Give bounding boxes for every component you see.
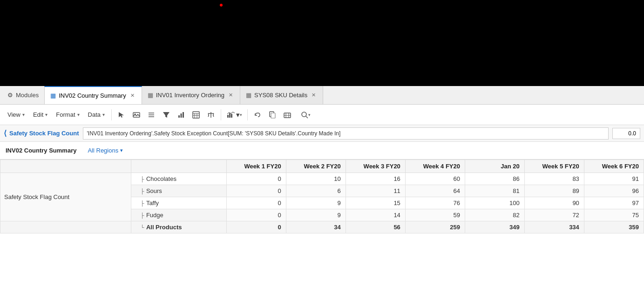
tab-inv02[interactable]: ▦ INV02 Country Summary ✕ [44, 86, 142, 104]
formula-bar: ⟨ Safety Stock Flag Count 0.0 [0, 125, 644, 142]
row-sub-label: ├Taffy [131, 197, 226, 209]
chart-dropdown-arrow: ▾ [236, 111, 240, 119]
svg-marker-6 [163, 112, 169, 118]
cell-value: 100 [465, 197, 524, 209]
cell-value: 96 [584, 185, 644, 197]
table-btn[interactable] [189, 108, 203, 122]
chart-btn-arrow: ▾ [240, 113, 242, 117]
col-header-week1fy20: Week 1 FY20 [226, 160, 286, 173]
tab-bar: ⚙ Modules ▦ INV02 Country Summary ✕ ▦ IN… [0, 86, 644, 105]
red-dot-indicator [220, 4, 223, 7]
chart-bar-btn[interactable] [174, 108, 188, 122]
svg-rect-8 [181, 113, 182, 118]
cell-value: 91 [584, 173, 644, 185]
format-menu[interactable]: Format ▾ [52, 107, 83, 122]
modules-label: Modules [16, 92, 39, 99]
cell-value: 86 [465, 173, 524, 185]
totals-cell-value: 56 [346, 221, 405, 233]
chart-combo-btn[interactable]: ▾ ▾ [224, 108, 244, 122]
cell-value: 76 [405, 197, 465, 209]
image-btn[interactable] [129, 108, 143, 122]
publish-btn[interactable] [280, 108, 294, 122]
cell-value: 60 [405, 173, 465, 185]
tab-inv02-close[interactable]: ✕ [129, 92, 136, 100]
cell-value: 90 [524, 197, 584, 209]
tab-sys08[interactable]: ▦ SYS08 SKU Details ✕ [240, 86, 323, 104]
data-menu[interactable]: Data ▾ [84, 107, 108, 122]
svg-rect-21 [271, 113, 275, 118]
col-header-empty-1 [0, 160, 131, 173]
cell-value: 14 [346, 209, 405, 221]
table-container: Week 1 FY20 Week 2 FY20 Week 3 FY20 Week… [0, 160, 644, 233]
balance-btn[interactable] [204, 108, 218, 122]
cell-value: 9 [286, 209, 346, 221]
col-header-week4fy20: Week 4 FY20 [405, 160, 465, 173]
toolbar: View ▾ Edit ▾ Format ▾ Data ▾ [0, 105, 644, 125]
svg-marker-0 [119, 112, 124, 118]
table-row: Safety Stock Flag Count├Chocolates010166… [0, 173, 644, 185]
tab-inv01-close[interactable]: ✕ [227, 91, 234, 99]
cell-value: 0 [226, 173, 286, 185]
svg-line-27 [306, 116, 308, 118]
col-header-empty-2 [131, 160, 226, 173]
edit-menu[interactable]: Edit ▾ [29, 107, 51, 122]
cell-value: 89 [524, 185, 584, 197]
formula-value: 0.0 [612, 128, 640, 139]
cell-value: 10 [286, 173, 346, 185]
svg-rect-7 [178, 115, 180, 118]
toolbar-sep-1 [111, 109, 112, 120]
select-tool-btn[interactable] [115, 108, 129, 122]
tab-sys08-close[interactable]: ✕ [310, 91, 317, 99]
totals-cell-value: 359 [584, 221, 644, 233]
modules-tab[interactable]: ⚙ Modules [2, 86, 44, 104]
format-label: Format [56, 111, 75, 118]
edit-label: Edit [33, 111, 43, 118]
table-icon-inv02: ▦ [50, 92, 56, 99]
svg-point-26 [302, 112, 306, 117]
cell-value: 16 [346, 173, 405, 185]
toolbar-icon-group-3: ▾ [251, 108, 316, 122]
col-header-week5fy20: Week 5 FY20 [524, 160, 584, 173]
cell-value: 15 [346, 197, 405, 209]
pages-btn[interactable] [265, 108, 279, 122]
format-rows-btn[interactable] [144, 108, 158, 122]
table-icon-sys08: ▦ [246, 92, 251, 99]
view-dropdown-arrow: ▾ [22, 112, 25, 117]
view-menu[interactable]: View ▾ [4, 107, 28, 122]
table-totals-row: └All Products03456259349334359 [0, 221, 644, 233]
region-dropdown[interactable]: All Regions ▾ [84, 146, 127, 155]
filter-btn[interactable] [159, 108, 173, 122]
totals-cell-value: 0 [226, 221, 286, 233]
cell-value: 97 [584, 197, 644, 209]
row-sub-label: ├Fudge [131, 209, 226, 221]
toolbar-sep-3 [247, 109, 248, 120]
table-icon-inv01: ▦ [148, 92, 153, 99]
undo-btn[interactable] [251, 108, 264, 122]
cell-value: 81 [465, 185, 524, 197]
svg-rect-19 [231, 114, 232, 118]
col-header-week3fy20: Week 3 FY20 [346, 160, 405, 173]
view-label: View [7, 111, 20, 118]
totals-cell-value: 259 [405, 221, 465, 233]
gear-icon: ⚙ [7, 92, 13, 99]
cell-value: 72 [524, 209, 584, 221]
cell-value: 83 [524, 173, 584, 185]
table-header-row: Week 1 FY20 Week 2 FY20 Week 3 FY20 Week… [0, 160, 644, 173]
toolbar-menu-group: View ▾ Edit ▾ Format ▾ Data ▾ [4, 107, 108, 122]
top-black-bar [0, 0, 644, 86]
format-dropdown-arrow: ▾ [77, 112, 80, 117]
search-btn-arrow: ▾ [308, 113, 311, 117]
tab-inv01[interactable]: ▦ INV01 Inventory Ordering ✕ [142, 86, 240, 104]
col-header-week2fy20: Week 2 FY20 [286, 160, 346, 173]
search-btn[interactable]: ▾ [295, 108, 316, 122]
formula-input[interactable] [83, 127, 609, 140]
region-label: All Regions [88, 147, 118, 154]
cell-value: 0 [226, 185, 286, 197]
svg-rect-10 [193, 112, 199, 118]
data-table: Week 1 FY20 Week 2 FY20 Week 3 FY20 Week… [0, 160, 644, 233]
tab-inv01-label: INV01 Inventory Ordering [156, 92, 224, 99]
cell-value: 0 [226, 209, 286, 221]
data-label: Data [88, 111, 101, 118]
totals-cell-value: 34 [286, 221, 346, 233]
cell-value: 75 [584, 209, 644, 221]
